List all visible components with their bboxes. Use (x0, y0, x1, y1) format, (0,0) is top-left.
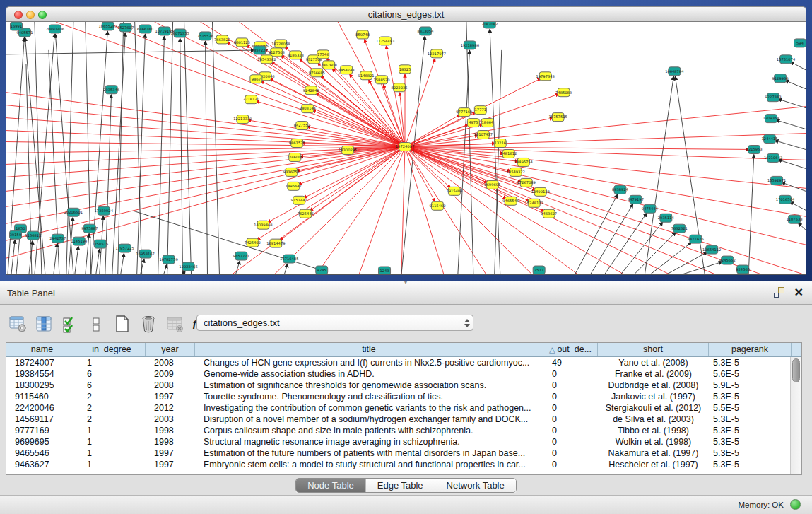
graph-node-label: 18325 (399, 67, 411, 71)
graph-node-label: 10499128 (531, 189, 549, 194)
select-all-columns-button[interactable] (59, 313, 81, 334)
scrollbar-thumb[interactable] (792, 358, 800, 382)
graph-node-label: 15751074 (777, 57, 795, 62)
splitter-handle[interactable]: ▾ (401, 281, 410, 285)
graph-node-label: 17016504 (776, 197, 794, 201)
black-edge (54, 243, 57, 274)
graph-node-label: 12923465 (179, 264, 197, 269)
table-cell: 0 (543, 425, 598, 436)
table-cell: Franke et al. (2009) (598, 368, 709, 380)
sort-ascending-icon: △ (549, 345, 555, 354)
graph-node-label: 12213339 (233, 117, 252, 121)
close-panel-icon[interactable]: ✕ (794, 287, 804, 298)
graph-node-label: 7857224 (252, 48, 268, 52)
column-header-out_de[interactable]: △out_de... (543, 343, 598, 356)
table-row[interactable]: 1830029562008Estimation of significance … (6, 380, 790, 391)
column-header-title[interactable]: title (195, 343, 543, 356)
table-cell: Tourette syndrome. Phenomenology and cla… (195, 391, 543, 402)
red-edge (405, 147, 749, 150)
table-row[interactable]: 977716911998Corpus callosum shape and si… (6, 425, 790, 436)
float-panel-icon[interactable] (774, 287, 784, 298)
table-row[interactable]: 911546021997Tourette syndrome. Phenomeno… (6, 391, 790, 402)
red-edge (256, 101, 405, 147)
table-cell: Yano et al. (2008) (598, 357, 709, 368)
panel-title: Table Panel (7, 288, 55, 298)
graph-node-label: 2935346 (103, 88, 119, 92)
table-cell: 5.3E-5 (709, 448, 790, 459)
table-rows: 1872400712008Changes of HCN gene express… (6, 357, 790, 474)
graph-node-label: 13216 (495, 141, 506, 145)
table-cell: Structural magnetic resonance image aver… (195, 436, 543, 448)
column-header-year[interactable]: year (146, 343, 195, 356)
tab-node-table[interactable]: Node Table (296, 479, 366, 492)
table-row[interactable]: 2242004622012Investigating the contribut… (6, 402, 790, 414)
red-edge (405, 147, 715, 274)
column-header-pagerank[interactable]: pagerank (709, 343, 792, 356)
tab-network-table[interactable]: Network Table (435, 479, 516, 492)
graph-node-label: 8813054 (417, 29, 433, 33)
network-canvas-svg: 1872400786011238912955182260589127503165… (6, 22, 806, 274)
table-row[interactable]: 946554611997Estimation of the future num… (6, 448, 790, 459)
table-cell: 1997 (146, 448, 195, 459)
black-edge (86, 22, 91, 274)
unselect-all-columns-button[interactable] (86, 313, 107, 334)
table-cell: 2008 (146, 357, 195, 368)
delete-columns-button[interactable] (138, 313, 159, 334)
table-cell: 1997 (146, 459, 195, 470)
unselect-all-columns-icon (87, 315, 105, 333)
black-edge (284, 264, 288, 274)
table-cell: Tibbo et al. (1998) (598, 425, 709, 436)
table-mode-icon (8, 315, 27, 333)
table-row[interactable]: 946362711997Embryonic stem cells: a mode… (6, 459, 790, 470)
vertical-scrollbar[interactable] (790, 357, 801, 474)
black-edge (775, 141, 806, 150)
network-canvas[interactable]: 1872400786011238912955182260589127503165… (6, 22, 806, 275)
status-bar: Memory: OK (0, 495, 812, 514)
black-edge (235, 261, 240, 274)
column-header-in_degree[interactable]: in_degree (78, 343, 146, 356)
table-cell: 9115460 (6, 391, 78, 402)
graph-node-label: 1156812 (25, 233, 41, 238)
black-edge (180, 38, 183, 274)
graph-node-label: 2867608 (321, 63, 337, 67)
graph-node-label: 9756685 (309, 71, 325, 75)
table-cell: 5.3E-5 (709, 425, 790, 436)
table-row[interactable]: 969969511998Structural magnetic resonanc… (6, 436, 790, 448)
black-edge (96, 249, 100, 274)
graph-node-label: 9115460 (429, 204, 445, 208)
create-column-button[interactable] (112, 313, 133, 334)
black-edge (212, 22, 219, 274)
graph-node-label: 10655287 (99, 24, 117, 28)
table-type-tabs: Node TableEdge TableNetwork Table (0, 478, 812, 493)
table-mode-button[interactable] (7, 313, 28, 334)
graph-node-label: 7515526 (197, 34, 213, 38)
table-row[interactable]: 1872400712008Changes of HCN gene express… (6, 357, 790, 368)
graph-node-label: 594 (796, 41, 804, 45)
table-cell: 0 (543, 391, 598, 402)
tab-edge-table[interactable]: Edge Table (366, 479, 435, 492)
table-cell: 22420046 (6, 402, 78, 414)
delete-table-button[interactable] (164, 313, 185, 334)
table-row[interactable]: 1456911722003Disruption of a novel membe… (6, 414, 790, 425)
graph-node-label: 18724007 (396, 144, 414, 148)
graph-node-label: 1244415 (762, 136, 778, 141)
black-edge (158, 36, 165, 274)
column-header-name[interactable]: name (6, 343, 78, 356)
table-cell: 2008 (146, 380, 195, 391)
memory-status-indicator-icon[interactable] (790, 499, 801, 510)
table-cell: 5.5E-5 (709, 402, 790, 414)
network-window-titlebar[interactable]: citations_edges.txt (6, 6, 806, 22)
table-cell: 6 (78, 368, 146, 380)
column-header-short[interactable]: short (598, 343, 709, 356)
table-header-row: namein_degreeyeartitle△out_de...shortpag… (6, 343, 801, 357)
graph-node-label: 1915404 (446, 189, 462, 193)
table-select-dropdown[interactable]: citations_edges.txt (196, 315, 473, 331)
table-cell: 2 (78, 414, 146, 425)
black-edge (466, 22, 473, 274)
table-cell: 1998 (146, 425, 195, 436)
show-columns-button[interactable] (33, 313, 54, 334)
graph-node-label: 8427552 (294, 123, 310, 127)
graph-node-label: 9699695 (484, 182, 500, 187)
graph-node-label: 9867 (252, 77, 261, 81)
table-row[interactable]: 1938455462009Genome-wide association stu… (6, 368, 790, 380)
